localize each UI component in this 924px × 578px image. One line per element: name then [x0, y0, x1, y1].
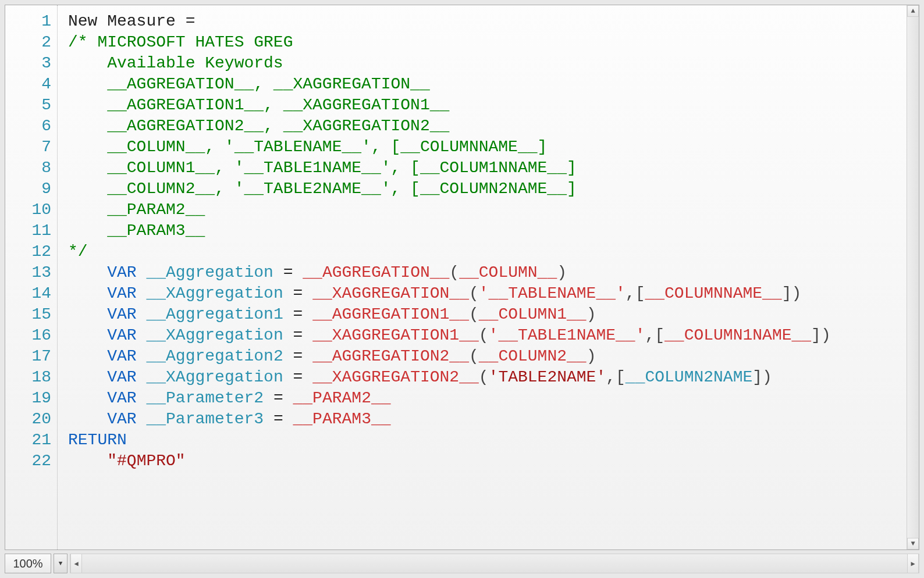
code-token: ( [479, 368, 489, 386]
line-number: 7 [5, 137, 57, 158]
code-line[interactable]: VAR __XAggregation = __XAGGREGATION1__('… [68, 325, 907, 346]
code-token: = [264, 389, 293, 407]
scroll-left-icon[interactable]: ◀ [70, 554, 82, 573]
code-token: __PARAM2__ [68, 201, 205, 219]
code-line[interactable]: VAR __XAggregation = __XAGGREGATION2__('… [68, 367, 907, 388]
code-token: VAR [107, 410, 136, 428]
line-number: 18 [5, 367, 57, 388]
code-token [68, 452, 107, 470]
code-line[interactable]: VAR __Parameter3 = __PARAM3__ [68, 409, 907, 430]
code-token: VAR [107, 368, 136, 386]
code-token [137, 305, 147, 323]
code-token: '__TABLE1NAME__' [489, 326, 645, 344]
code-token: ,[ [645, 326, 664, 344]
code-token: ) [587, 305, 596, 323]
code-token [68, 389, 107, 407]
code-area[interactable]: New Measure = /* MICROSOFT HATES GREG Av… [58, 5, 907, 550]
code-line[interactable]: VAR __Aggregation = __AGGREGATION__(__CO… [68, 262, 907, 283]
code-token: ( [469, 305, 479, 323]
code-line[interactable]: "#QMPRO" [68, 451, 907, 472]
line-number: 12 [5, 241, 57, 262]
code-token: = [273, 263, 303, 281]
code-token [68, 347, 107, 365]
code-token: = [283, 347, 312, 365]
code-token: VAR [107, 263, 136, 281]
code-line[interactable]: __COLUMN1__, '__TABLE1NAME__', [__COLUM1… [68, 158, 907, 179]
code-line[interactable]: __PARAM3__ [68, 220, 907, 241]
code-token: __XAggregation [146, 284, 283, 302]
code-line[interactable]: VAR __Parameter2 = __PARAM2__ [68, 388, 907, 409]
code-token [137, 263, 147, 281]
code-token: ( [449, 263, 459, 281]
formula-editor: 12345678910111213141516171819202122 New … [5, 5, 919, 550]
code-token: = [283, 368, 312, 386]
code-token: __PARAM3__ [293, 410, 391, 428]
line-number: 9 [5, 179, 57, 199]
code-line[interactable]: New Measure = [68, 11, 907, 32]
code-line[interactable]: __PARAM2__ [68, 199, 907, 220]
code-token: New Measure = [68, 12, 205, 30]
code-token: __COLUMN2__ [479, 347, 587, 365]
code-token: __COLUMN__ [459, 263, 557, 281]
editor-status-bar: 100% ▼ ◀ ▶ [5, 554, 919, 573]
code-token: ,[ [626, 284, 645, 302]
code-token: "#QMPRO" [107, 452, 185, 470]
horizontal-scrollbar[interactable]: ◀ ▶ [70, 554, 919, 573]
scroll-down-icon[interactable]: ▼ [907, 538, 919, 550]
code-token: ]) [752, 368, 772, 386]
code-token: __AGGREGATION2__ [312, 347, 469, 365]
code-line[interactable]: VAR __Aggregation1 = __AGGREGATION1__(__… [68, 304, 907, 325]
code-line[interactable]: __AGGREGATION1__, __XAGGREGATION1__ [68, 95, 907, 116]
line-number: 15 [5, 304, 57, 325]
chevron-down-icon: ▼ [59, 560, 63, 567]
code-line[interactable]: */ [68, 241, 907, 262]
code-token: ]) [782, 284, 802, 302]
code-line[interactable]: RETURN [68, 430, 907, 451]
line-number: 19 [5, 388, 57, 409]
code-token: VAR [107, 326, 136, 344]
code-token: __XAggregation [146, 368, 283, 386]
line-number: 2 [5, 32, 57, 53]
code-token: __Aggregation [146, 263, 273, 281]
line-number: 20 [5, 409, 57, 430]
code-line[interactable]: __COLUMN2__, '__TABLE2NAME__', [__COLUMN… [68, 179, 907, 199]
zoom-level[interactable]: 100% [5, 554, 51, 573]
code-token: __AGGREGATION1__, __XAGGREGATION1__ [68, 96, 449, 114]
code-line[interactable]: __AGGREGATION__, __XAGGREGATION__ [68, 74, 907, 95]
code-token: 'TABLE2NAME' [489, 368, 606, 386]
code-token: __XAGGREGATION1__ [312, 326, 479, 344]
zoom-dropdown-button[interactable]: ▼ [54, 554, 67, 573]
code-line[interactable]: VAR __Aggregation2 = __AGGREGATION2__(__… [68, 346, 907, 367]
code-token: __Parameter2 [146, 389, 264, 407]
line-number: 1 [5, 11, 57, 32]
scroll-right-icon[interactable]: ▶ [907, 554, 919, 573]
code-token: VAR [107, 347, 136, 365]
code-token: ( [469, 284, 479, 302]
code-token: VAR [107, 284, 136, 302]
code-line[interactable]: __AGGREGATION2__, __XAGGREGATION2__ [68, 116, 907, 137]
scroll-up-icon[interactable]: ▲ [907, 5, 919, 17]
code-line[interactable]: Available Keywords [68, 53, 907, 74]
code-line[interactable]: __COLUMN__, '__TABLENAME__', [__COLUMNNA… [68, 137, 907, 158]
code-token: __PARAM2__ [293, 389, 391, 407]
code-line[interactable]: /* MICROSOFT HATES GREG [68, 32, 907, 53]
code-token: VAR [107, 305, 136, 323]
code-token: __AGGREGATION1__ [312, 305, 469, 323]
code-token: __XAggregation [146, 326, 283, 344]
code-token: ) [557, 263, 567, 281]
code-token: /* MICROSOFT HATES GREG [68, 33, 293, 51]
code-token: VAR [107, 389, 136, 407]
code-token: __COLUMN1__ [479, 305, 587, 323]
code-token: ]) [811, 326, 831, 344]
code-token: __AGGREGATION__, __XAGGREGATION__ [68, 75, 430, 93]
code-token: = [283, 326, 312, 344]
line-number: 11 [5, 220, 57, 241]
code-token [68, 410, 107, 428]
code-line[interactable]: VAR __XAggregation = __XAGGREGATION__('_… [68, 283, 907, 304]
code-token [68, 284, 107, 302]
code-token [137, 326, 147, 344]
vertical-scrollbar[interactable]: ▲ ▼ [907, 5, 919, 550]
code-token: __XAGGREGATION2__ [312, 368, 479, 386]
code-token: __Parameter3 [146, 410, 264, 428]
code-token: __Aggregation2 [146, 347, 283, 365]
